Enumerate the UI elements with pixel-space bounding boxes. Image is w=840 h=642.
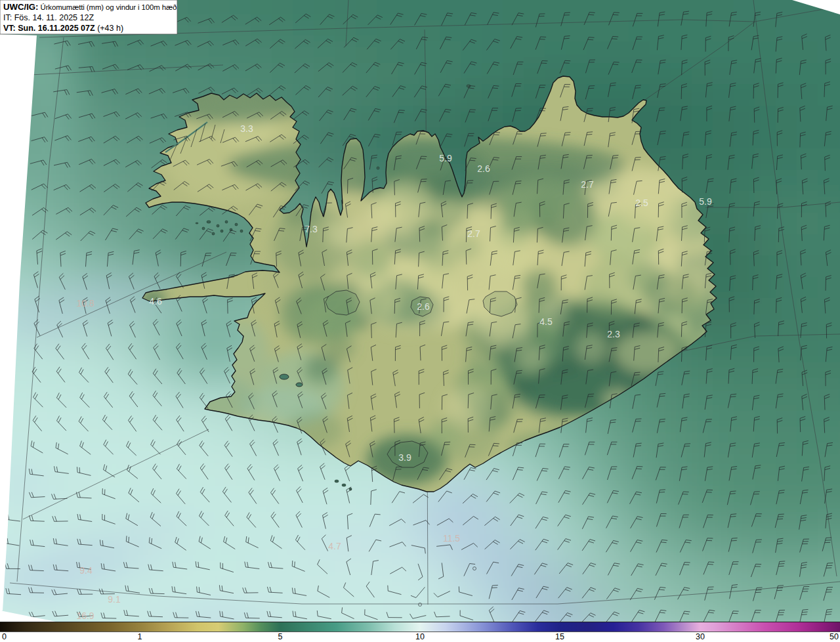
svg-text:2.3: 2.3 [607, 329, 620, 339]
svg-text:4.5: 4.5 [539, 316, 553, 327]
svg-text:2.6: 2.6 [417, 301, 430, 312]
svg-text:2.6: 2.6 [477, 163, 490, 174]
svg-text:4.7: 4.7 [328, 541, 341, 551]
svg-text:2.5: 2.5 [635, 198, 648, 208]
svg-text:1: 1 [138, 632, 142, 641]
svg-text:9.4: 9.4 [79, 565, 93, 576]
svg-text:50: 50 [830, 632, 839, 641]
svg-text:3.3: 3.3 [240, 123, 253, 134]
svg-text:0: 0 [2, 632, 7, 641]
svg-text:2.7: 2.7 [581, 179, 594, 190]
svg-text:15: 15 [555, 632, 564, 641]
svg-text:3.9: 3.9 [398, 452, 411, 463]
svg-text:5.9: 5.9 [439, 153, 452, 163]
svg-text:10: 10 [415, 632, 425, 641]
svg-text:4.6: 4.6 [149, 296, 162, 307]
svg-text:10.8: 10.8 [76, 298, 94, 309]
svg-text:11.5: 11.5 [443, 533, 460, 544]
svg-text:5: 5 [278, 632, 283, 641]
svg-text:UWC/IG: Úrkomumætti (mm) og vi: UWC/IG: Úrkomumætti (mm) og vindur i 100… [3, 2, 177, 12]
svg-text:9.1: 9.1 [108, 594, 121, 605]
svg-text:VT: Sun. 16.11.2025 07Z (+43 h: VT: Sun. 16.11.2025 07Z (+43 h) [3, 24, 123, 33]
svg-text:5.9: 5.9 [699, 196, 712, 207]
svg-text:30: 30 [696, 632, 705, 641]
svg-text:IT: Fös. 14. 11. 2025 12Z: IT: Fös. 14. 11. 2025 12Z [3, 13, 94, 22]
svg-text:2.7: 2.7 [467, 228, 480, 239]
svg-text:7.3: 7.3 [304, 224, 318, 234]
svg-text:16.9: 16.9 [76, 610, 94, 621]
